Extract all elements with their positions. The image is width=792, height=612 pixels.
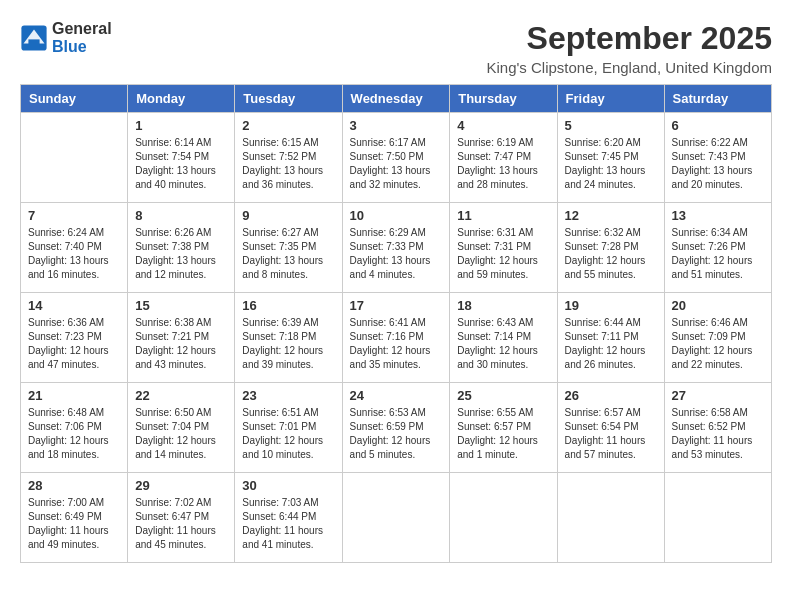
- day-number: 27: [672, 388, 764, 403]
- calendar-cell: [21, 113, 128, 203]
- day-number: 30: [242, 478, 334, 493]
- calendar-cell: 8Sunrise: 6:26 AM Sunset: 7:38 PM Daylig…: [128, 203, 235, 293]
- day-number: 29: [135, 478, 227, 493]
- calendar-cell: 6Sunrise: 6:22 AM Sunset: 7:43 PM Daylig…: [664, 113, 771, 203]
- calendar-cell: 7Sunrise: 6:24 AM Sunset: 7:40 PM Daylig…: [21, 203, 128, 293]
- weekday-header-row: SundayMondayTuesdayWednesdayThursdayFrid…: [21, 85, 772, 113]
- day-info: Sunrise: 7:00 AM Sunset: 6:49 PM Dayligh…: [28, 496, 120, 552]
- day-info: Sunrise: 6:29 AM Sunset: 7:33 PM Dayligh…: [350, 226, 443, 282]
- day-info: Sunrise: 6:31 AM Sunset: 7:31 PM Dayligh…: [457, 226, 549, 282]
- day-number: 22: [135, 388, 227, 403]
- day-number: 5: [565, 118, 657, 133]
- day-number: 23: [242, 388, 334, 403]
- calendar-cell: 19Sunrise: 6:44 AM Sunset: 7:11 PM Dayli…: [557, 293, 664, 383]
- weekday-header: Tuesday: [235, 85, 342, 113]
- day-info: Sunrise: 6:39 AM Sunset: 7:18 PM Dayligh…: [242, 316, 334, 372]
- day-info: Sunrise: 6:44 AM Sunset: 7:11 PM Dayligh…: [565, 316, 657, 372]
- day-info: Sunrise: 6:17 AM Sunset: 7:50 PM Dayligh…: [350, 136, 443, 192]
- day-number: 16: [242, 298, 334, 313]
- calendar-cell: 18Sunrise: 6:43 AM Sunset: 7:14 PM Dayli…: [450, 293, 557, 383]
- calendar-cell: 24Sunrise: 6:53 AM Sunset: 6:59 PM Dayli…: [342, 383, 450, 473]
- calendar-cell: 10Sunrise: 6:29 AM Sunset: 7:33 PM Dayli…: [342, 203, 450, 293]
- day-number: 6: [672, 118, 764, 133]
- calendar-cell: 21Sunrise: 6:48 AM Sunset: 7:06 PM Dayli…: [21, 383, 128, 473]
- day-number: 14: [28, 298, 120, 313]
- calendar-cell: 30Sunrise: 7:03 AM Sunset: 6:44 PM Dayli…: [235, 473, 342, 563]
- month-title: September 2025: [486, 20, 772, 57]
- calendar-cell: 28Sunrise: 7:00 AM Sunset: 6:49 PM Dayli…: [21, 473, 128, 563]
- day-info: Sunrise: 7:03 AM Sunset: 6:44 PM Dayligh…: [242, 496, 334, 552]
- day-info: Sunrise: 6:20 AM Sunset: 7:45 PM Dayligh…: [565, 136, 657, 192]
- day-number: 26: [565, 388, 657, 403]
- header: General Blue September 2025 King's Clips…: [20, 20, 772, 76]
- weekday-header: Sunday: [21, 85, 128, 113]
- calendar-cell: 20Sunrise: 6:46 AM Sunset: 7:09 PM Dayli…: [664, 293, 771, 383]
- day-number: 21: [28, 388, 120, 403]
- calendar-cell: 4Sunrise: 6:19 AM Sunset: 7:47 PM Daylig…: [450, 113, 557, 203]
- day-number: 15: [135, 298, 227, 313]
- day-info: Sunrise: 6:55 AM Sunset: 6:57 PM Dayligh…: [457, 406, 549, 462]
- calendar-cell: [450, 473, 557, 563]
- day-info: Sunrise: 6:24 AM Sunset: 7:40 PM Dayligh…: [28, 226, 120, 282]
- week-row: 7Sunrise: 6:24 AM Sunset: 7:40 PM Daylig…: [21, 203, 772, 293]
- calendar-cell: [557, 473, 664, 563]
- calendar-cell: 2Sunrise: 6:15 AM Sunset: 7:52 PM Daylig…: [235, 113, 342, 203]
- day-number: 4: [457, 118, 549, 133]
- calendar-cell: 22Sunrise: 6:50 AM Sunset: 7:04 PM Dayli…: [128, 383, 235, 473]
- day-number: 12: [565, 208, 657, 223]
- logo-text-line1: General: [52, 20, 112, 38]
- calendar-cell: 25Sunrise: 6:55 AM Sunset: 6:57 PM Dayli…: [450, 383, 557, 473]
- day-info: Sunrise: 6:14 AM Sunset: 7:54 PM Dayligh…: [135, 136, 227, 192]
- day-number: 3: [350, 118, 443, 133]
- day-info: Sunrise: 6:27 AM Sunset: 7:35 PM Dayligh…: [242, 226, 334, 282]
- svg-rect-2: [28, 39, 39, 46]
- day-info: Sunrise: 6:22 AM Sunset: 7:43 PM Dayligh…: [672, 136, 764, 192]
- calendar-table: SundayMondayTuesdayWednesdayThursdayFrid…: [20, 84, 772, 563]
- weekday-header: Thursday: [450, 85, 557, 113]
- day-number: 1: [135, 118, 227, 133]
- day-number: 25: [457, 388, 549, 403]
- calendar-cell: 5Sunrise: 6:20 AM Sunset: 7:45 PM Daylig…: [557, 113, 664, 203]
- calendar-cell: [342, 473, 450, 563]
- calendar-cell: 15Sunrise: 6:38 AM Sunset: 7:21 PM Dayli…: [128, 293, 235, 383]
- location-title: King's Clipstone, England, United Kingdo…: [486, 59, 772, 76]
- day-info: Sunrise: 6:38 AM Sunset: 7:21 PM Dayligh…: [135, 316, 227, 372]
- calendar-cell: 9Sunrise: 6:27 AM Sunset: 7:35 PM Daylig…: [235, 203, 342, 293]
- day-number: 11: [457, 208, 549, 223]
- day-info: Sunrise: 6:57 AM Sunset: 6:54 PM Dayligh…: [565, 406, 657, 462]
- calendar-cell: 13Sunrise: 6:34 AM Sunset: 7:26 PM Dayli…: [664, 203, 771, 293]
- day-info: Sunrise: 6:19 AM Sunset: 7:47 PM Dayligh…: [457, 136, 549, 192]
- day-number: 13: [672, 208, 764, 223]
- day-number: 7: [28, 208, 120, 223]
- day-info: Sunrise: 6:26 AM Sunset: 7:38 PM Dayligh…: [135, 226, 227, 282]
- title-area: September 2025 King's Clipstone, England…: [486, 20, 772, 76]
- day-number: 8: [135, 208, 227, 223]
- weekday-header: Saturday: [664, 85, 771, 113]
- calendar-cell: 12Sunrise: 6:32 AM Sunset: 7:28 PM Dayli…: [557, 203, 664, 293]
- weekday-header: Monday: [128, 85, 235, 113]
- calendar-cell: 1Sunrise: 6:14 AM Sunset: 7:54 PM Daylig…: [128, 113, 235, 203]
- day-info: Sunrise: 6:34 AM Sunset: 7:26 PM Dayligh…: [672, 226, 764, 282]
- day-info: Sunrise: 6:51 AM Sunset: 7:01 PM Dayligh…: [242, 406, 334, 462]
- day-number: 24: [350, 388, 443, 403]
- day-info: Sunrise: 6:36 AM Sunset: 7:23 PM Dayligh…: [28, 316, 120, 372]
- day-number: 28: [28, 478, 120, 493]
- day-number: 9: [242, 208, 334, 223]
- day-info: Sunrise: 6:46 AM Sunset: 7:09 PM Dayligh…: [672, 316, 764, 372]
- day-number: 19: [565, 298, 657, 313]
- day-number: 18: [457, 298, 549, 313]
- calendar-cell: [664, 473, 771, 563]
- day-number: 20: [672, 298, 764, 313]
- day-info: Sunrise: 6:41 AM Sunset: 7:16 PM Dayligh…: [350, 316, 443, 372]
- calendar-cell: 14Sunrise: 6:36 AM Sunset: 7:23 PM Dayli…: [21, 293, 128, 383]
- day-info: Sunrise: 6:43 AM Sunset: 7:14 PM Dayligh…: [457, 316, 549, 372]
- logo: General Blue: [20, 20, 112, 56]
- day-info: Sunrise: 6:58 AM Sunset: 6:52 PM Dayligh…: [672, 406, 764, 462]
- day-number: 2: [242, 118, 334, 133]
- day-info: Sunrise: 6:32 AM Sunset: 7:28 PM Dayligh…: [565, 226, 657, 282]
- calendar-cell: 23Sunrise: 6:51 AM Sunset: 7:01 PM Dayli…: [235, 383, 342, 473]
- day-info: Sunrise: 6:15 AM Sunset: 7:52 PM Dayligh…: [242, 136, 334, 192]
- week-row: 21Sunrise: 6:48 AM Sunset: 7:06 PM Dayli…: [21, 383, 772, 473]
- weekday-header: Friday: [557, 85, 664, 113]
- calendar-cell: 17Sunrise: 6:41 AM Sunset: 7:16 PM Dayli…: [342, 293, 450, 383]
